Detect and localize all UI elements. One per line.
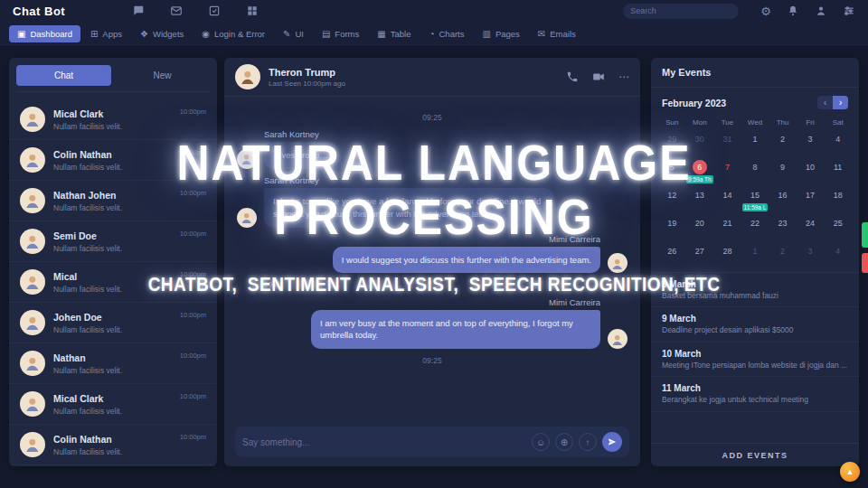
calendar-day[interactable]: 3 [797, 241, 825, 269]
calendar-day[interactable]: 9 [769, 157, 797, 185]
navbar-quick-icons [132, 5, 259, 17]
calendar-day[interactable]: 10 [797, 157, 825, 185]
calendar-day[interactable]: 8 [741, 157, 769, 185]
calendar-day[interactable]: 5 [658, 157, 686, 185]
contact-list-item[interactable]: Mical Clark Nullam facilisis velit. 10:0… [9, 384, 217, 425]
contact-list-item[interactable]: Colin Nathan Nullam facilisis velit. 10:… [9, 140, 217, 181]
contact-name: Mical Clark [53, 393, 122, 404]
event-list-item[interactable]: 9 March Deadline project desain aplikasi… [651, 307, 859, 342]
calendar-day[interactable]: 1 [741, 129, 769, 157]
calendar-day[interactable]: 29 [658, 129, 686, 157]
phone-call-icon[interactable] [566, 70, 579, 83]
contact-time: 10:00pm [180, 108, 206, 116]
menu-item[interactable]: ◉ Login & Error [193, 25, 273, 42]
calendar-day[interactable]: 6 9:59a Th [686, 157, 714, 185]
calendar-day[interactable]: 7 [713, 157, 741, 185]
calendar-day[interactable]: 20 [686, 213, 714, 241]
calendar-day[interactable]: 3 [797, 129, 825, 157]
tasks-check-icon[interactable] [208, 5, 221, 17]
calendar-day[interactable]: 31 [713, 129, 741, 157]
calendar-day[interactable]: 28 [713, 241, 741, 269]
calendar-day[interactable]: 18 [824, 185, 852, 213]
calendar-day[interactable]: 14 [713, 185, 741, 213]
edge-quick-button-green[interactable] [862, 222, 868, 248]
calendar-day[interactable]: 24 [797, 213, 825, 241]
video-call-icon[interactable] [592, 70, 605, 83]
calendar-day-number: 27 [693, 244, 707, 258]
notifications-bell-icon[interactable] [787, 5, 799, 17]
emoji-icon[interactable]: ☺ [532, 433, 550, 451]
mail-icon[interactable] [170, 5, 183, 17]
calendar-day[interactable]: 4 [824, 129, 852, 157]
send-button[interactable] [602, 432, 622, 452]
event-list-item[interactable]: 11 March Berangkat ke jogja untuk techni… [651, 377, 859, 411]
calendar-day[interactable]: 12 [658, 185, 686, 213]
settings-gear-icon[interactable]: ⚙ [760, 5, 771, 17]
menu-item[interactable]: ▥ Pages [474, 25, 527, 42]
contact-list-item[interactable]: Mical Clark Nullam facilisis velit. 10:0… [9, 99, 217, 140]
contact-list-item[interactable]: Semi Doe Nullam facilisis velit. 10:00pm [9, 221, 217, 262]
avatar [608, 329, 627, 349]
contact-list-item[interactable]: Mical Nullam facilisis velit. 10:00pm [9, 262, 217, 303]
more-options-icon[interactable]: ⋯ [618, 71, 629, 82]
search-input[interactable] [630, 6, 736, 15]
chat-icon[interactable] [132, 5, 145, 17]
calendar-day-number: 19 [665, 216, 679, 230]
calendar-day[interactable]: 15 11:59a L [741, 185, 769, 213]
floating-action-button[interactable]: ▲ [840, 462, 860, 482]
apps-grid-icon[interactable] [246, 5, 259, 17]
menu-item[interactable]: ❖ Widgets [132, 25, 192, 42]
calendar-day[interactable]: 2 [769, 129, 797, 157]
filters-sliders-icon[interactable] [843, 5, 855, 17]
profile-icon[interactable] [815, 5, 827, 17]
calendar-day[interactable]: 23 [769, 213, 797, 241]
menu-item-label: Forms [335, 29, 359, 39]
calendar-day-number: 3 [803, 244, 817, 258]
menu-item[interactable]: ✎ UI [275, 25, 312, 42]
message-input[interactable] [242, 437, 526, 447]
calendar-event-badge: 11:59a L [742, 203, 769, 211]
calendar-day[interactable]: 13 [686, 185, 714, 213]
tab-chat[interactable]: Chat [16, 65, 111, 86]
voice-icon[interactable]: ↑ [579, 433, 597, 451]
calendar-day[interactable]: 22 [741, 213, 769, 241]
calendar-day[interactable]: 27 [686, 241, 714, 269]
menu-item[interactable]: ▤ Forms [314, 25, 367, 42]
events-title: My Events [651, 58, 859, 88]
main-menu: ▣ Dashboard ⊞ Apps ❖ Widgets ◉ Login & E… [0, 22, 868, 47]
attachment-icon[interactable]: ⊕ [555, 433, 573, 451]
calendar-day[interactable]: 26 [658, 241, 686, 269]
calendar-month-row: February 2023 ‹ › [651, 88, 859, 115]
calendar-day[interactable]: 16 [769, 185, 797, 213]
calendar-day-number: 24 [803, 216, 817, 230]
menu-item-icon: ▥ [482, 30, 490, 39]
calendar-day[interactable]: 1 [741, 241, 769, 269]
event-list-item[interactable]: 8 March Basket bersama muhammad fauzi [651, 273, 859, 307]
event-date: 10 March [662, 349, 848, 359]
menu-item[interactable]: ⊞ Apps [82, 25, 130, 42]
event-description: Meeting ITone persiapan lomba website di… [662, 361, 848, 371]
calendar-prev-icon[interactable]: ‹ [817, 96, 833, 109]
menu-item[interactable]: ◔ Charts [420, 25, 472, 42]
calendar-day[interactable]: 11 [824, 157, 852, 185]
calendar-day[interactable]: 19 [658, 213, 686, 241]
event-list-item[interactable]: 10 March Meeting ITone persiapan lomba w… [651, 343, 859, 377]
contact-list-item[interactable]: Johen Doe Nullam facilisis velit. 10:00p… [9, 303, 217, 343]
calendar-day[interactable]: 25 [824, 213, 852, 241]
menu-item[interactable]: ▣ Dashboard [9, 25, 80, 42]
edge-quick-button-red[interactable] [862, 253, 868, 273]
calendar-day[interactable]: 21 [713, 213, 741, 241]
tab-new[interactable]: New [115, 65, 210, 86]
calendar-day[interactable]: 2 [769, 241, 797, 269]
contact-list-item[interactable]: Colin Nathan Nullam facilisis velit. 10:… [9, 425, 217, 465]
contact-list-item[interactable]: Nathan Johen Nullam facilisis velit. 10:… [9, 181, 217, 221]
menu-item[interactable]: ▦ Table [369, 25, 419, 42]
menu-item[interactable]: ✉ Emails [530, 25, 584, 42]
calendar-next-icon[interactable]: › [833, 96, 848, 109]
calendar-day[interactable]: 4 [824, 241, 852, 269]
calendar-day-number: 31 [720, 132, 734, 146]
contact-list-item[interactable]: Nathan Nullam facilisis velit. 10:00pm [9, 343, 217, 384]
add-events-button[interactable]: ADD EVENTS [651, 443, 859, 466]
calendar-day[interactable]: 30 [686, 129, 714, 157]
calendar-day[interactable]: 17 [797, 185, 825, 213]
